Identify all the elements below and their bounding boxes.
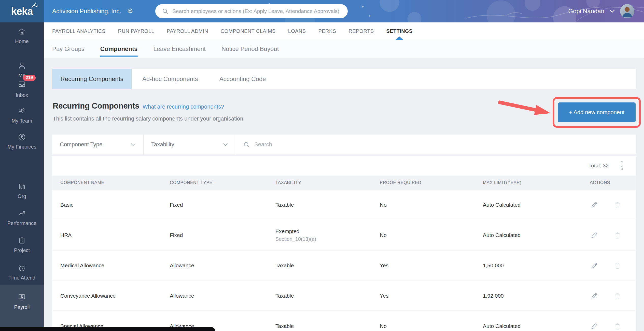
cell-type: Allowance	[170, 262, 275, 269]
tab-settings[interactable]: SETTINGS	[386, 22, 413, 40]
team-icon	[17, 107, 26, 116]
component-type-label: Component Type	[60, 141, 102, 148]
subtab-leave-encashment[interactable]: Leave Encashment	[153, 40, 205, 58]
tab-payroll-admin[interactable]: PAYROLL ADMIN	[167, 22, 208, 40]
bottom-overlay-bar	[0, 327, 215, 331]
sidebar-label: My Team	[12, 118, 32, 124]
component-tabs: Recurring Components Ad-hoc Components A…	[52, 69, 636, 89]
cell-taxability: Exempted Section_10(13)(a)	[275, 228, 380, 242]
global-search[interactable]	[155, 4, 348, 18]
sidebar-item-org[interactable]: Org	[0, 182, 44, 199]
tab-recurring-components[interactable]: Recurring Components	[52, 69, 132, 89]
settings-subnav: Pay Groups Components Leave Encashment N…	[44, 40, 644, 58]
tab-perks[interactable]: PERKS	[318, 22, 336, 40]
sidebar-label: Inbox	[16, 92, 28, 98]
tab-adhoc-components[interactable]: Ad-hoc Components	[132, 69, 209, 89]
col-component-name: COMPONENT NAME	[60, 180, 170, 185]
global-search-input[interactable]	[172, 8, 341, 14]
company-name: Activision Publishing, Inc.	[52, 8, 121, 15]
user-menu[interactable]: Gopi Nandan	[568, 0, 634, 22]
component-type-dropdown[interactable]: Component Type	[52, 135, 144, 154]
search-icon	[162, 8, 169, 15]
delete-icon[interactable]	[614, 231, 621, 239]
chevron-down-icon	[131, 143, 136, 146]
cell-proof: No	[380, 323, 483, 329]
col-component-type: COMPONENT TYPE	[170, 180, 275, 185]
cell-max-limit: Auto Calculated	[483, 323, 590, 329]
subtab-pay-groups[interactable]: Pay Groups	[52, 40, 85, 58]
table-row: Medical Allowance Allowance Taxable Yes …	[52, 250, 636, 281]
table-search-input[interactable]	[254, 141, 628, 148]
cell-type: Fixed	[170, 202, 275, 208]
tab-run-payroll[interactable]: RUN PAYROLL	[118, 22, 154, 40]
delete-icon[interactable]	[614, 262, 621, 269]
cell-name: HRA	[60, 232, 170, 238]
cell-name: Conveyance Allowance	[60, 293, 170, 299]
sidebar-label: Performance	[7, 220, 37, 226]
annotation-arrow	[495, 97, 555, 121]
sidebar-item-time-attend[interactable]: Time Attend	[0, 263, 44, 281]
cell-max-limit: 1,50,000	[483, 262, 590, 269]
col-max-limit: MAX LIMIT(YEAR)	[483, 180, 590, 185]
taxability-dropdown[interactable]: Taxability	[144, 135, 236, 154]
cell-proof: No	[380, 202, 483, 208]
table-options-kebab-icon[interactable]	[620, 160, 624, 171]
delete-icon[interactable]	[614, 201, 621, 209]
delete-icon[interactable]	[614, 292, 621, 300]
sidebar-item-payroll[interactable]: Payroll	[0, 285, 44, 331]
help-link[interactable]: What are recurring components?	[143, 103, 224, 110]
rupee-circle-icon	[17, 133, 26, 142]
add-new-component-button[interactable]: + Add new component	[558, 102, 636, 122]
clipboard-icon	[17, 236, 26, 245]
sidebar-item-home[interactable]: Home	[0, 27, 44, 44]
table-row: Basic Fixed Taxable No Auto Calculated	[52, 190, 636, 220]
page-description: This list contains all the recurring sal…	[53, 115, 245, 122]
keka-logo[interactable]: keka	[0, 0, 44, 22]
cell-max-limit: Auto Calculated	[483, 232, 590, 238]
delete-icon[interactable]	[614, 322, 621, 330]
sidebar-item-me[interactable]: Me	[0, 61, 44, 78]
tab-payroll-analytics[interactable]: PAYROLL ANALYTICS	[52, 22, 105, 40]
avatar[interactable]	[620, 4, 634, 18]
edit-icon[interactable]	[590, 322, 598, 330]
edit-icon[interactable]	[590, 262, 598, 269]
edit-icon[interactable]	[590, 231, 598, 239]
col-proof-required: PROOF REQUIRED	[380, 180, 483, 185]
cell-proof: Yes	[380, 293, 483, 299]
cell-max-limit: Auto Calculated	[483, 202, 590, 208]
subtab-notice-period-buyout[interactable]: Notice Period Buyout	[221, 40, 279, 58]
col-taxability: TAXABILITY	[275, 180, 380, 185]
tab-component-claims[interactable]: COMPONENT CLAIMS	[221, 22, 276, 40]
cell-name: Medical Allowance	[60, 262, 170, 269]
edit-icon[interactable]	[590, 292, 598, 300]
org-settings-gear-icon[interactable]	[126, 7, 134, 15]
sidebar-label: Payroll	[14, 304, 30, 310]
cell-taxability: Taxable	[275, 323, 380, 329]
subtab-components[interactable]: Components	[100, 40, 138, 58]
cell-taxability: Taxable	[275, 262, 380, 269]
taxability-value: Exempted	[275, 228, 300, 234]
sidebar-item-project[interactable]: Project	[0, 236, 44, 253]
person-icon	[17, 61, 26, 70]
tab-reports[interactable]: REPORTS	[348, 22, 374, 40]
edit-icon[interactable]	[590, 201, 598, 209]
table-header: COMPONENT NAME COMPONENT TYPE TAXABILITY…	[52, 176, 636, 190]
sidebar-item-performance[interactable]: Performance	[0, 209, 44, 226]
sidebar-item-my-finances[interactable]: My Finances	[0, 133, 44, 150]
col-actions: ACTIONS	[590, 180, 636, 185]
building-icon	[17, 182, 26, 191]
payroll-nav: PAYROLL ANALYTICS RUN PAYROLL PAYROLL AD…	[44, 22, 644, 40]
trend-icon	[17, 209, 26, 218]
sidebar-label: Org	[18, 193, 26, 199]
table-search[interactable]	[236, 135, 636, 154]
chevron-down-icon	[609, 9, 615, 13]
tab-loans[interactable]: LOANS	[288, 22, 306, 40]
cell-type: Allowance	[170, 293, 275, 299]
alarm-icon	[17, 263, 26, 273]
sidebar-item-inbox[interactable]: 219 Inbox	[0, 80, 44, 98]
components-table: Total: 32 COMPONENT NAME COMPONENT TYPE …	[52, 156, 636, 331]
sidebar-item-my-team[interactable]: My Team	[0, 107, 44, 124]
cell-proof: Yes	[380, 262, 483, 269]
tab-accounting-code[interactable]: Accounting Code	[209, 69, 277, 89]
home-icon	[17, 27, 26, 36]
